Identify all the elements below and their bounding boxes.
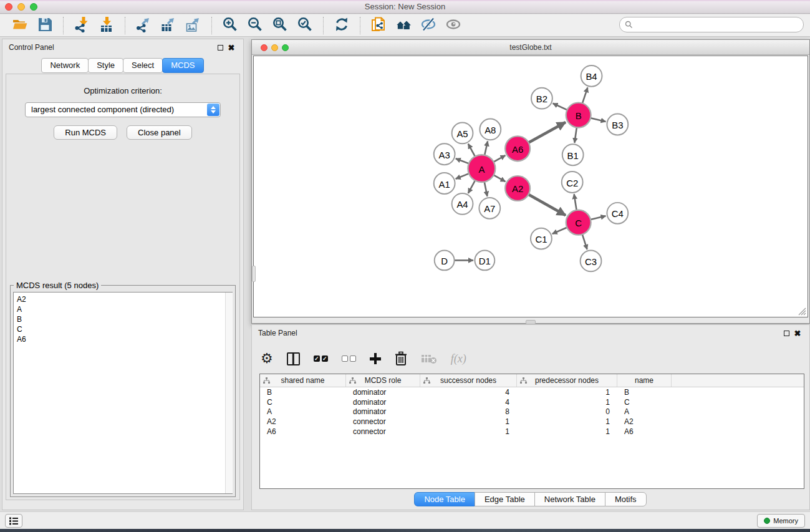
graph-edge-A-A6[interactable] [493, 155, 506, 162]
cell-successor-nodes[interactable]: 1 [420, 427, 517, 436]
cell-predecessor-nodes[interactable]: 1 [517, 417, 617, 426]
graph-node-D[interactable]: D [435, 251, 455, 271]
graph-node-A1[interactable]: A1 [434, 173, 455, 194]
table-row[interactable]: Cdominator41C [260, 397, 804, 407]
memory-button[interactable]: Memory [757, 514, 805, 528]
search-box[interactable] [619, 17, 804, 32]
table-row[interactable]: Adominator80A [260, 407, 804, 417]
graph-edge-A-A5[interactable] [468, 144, 476, 157]
tab-edge-table[interactable]: Edge Table [475, 492, 535, 506]
graph-node-B3[interactable]: B3 [607, 114, 628, 135]
show-columns-button[interactable] [287, 350, 300, 367]
graph-edge-A-A3[interactable] [456, 158, 470, 163]
graph-edge-B-B2[interactable] [553, 104, 568, 110]
column-header-successor-nodes[interactable]: successor nodes [420, 374, 517, 387]
cell-name[interactable]: A6 [617, 427, 672, 436]
graph-edge-A2-C[interactable] [528, 194, 566, 215]
tab-motifs[interactable]: Motifs [605, 492, 647, 506]
graph-node-A[interactable]: A [468, 155, 495, 182]
tab-network-table[interactable]: Network Table [534, 492, 605, 506]
zoom-window-button[interactable] [282, 44, 289, 51]
tab-mcds[interactable]: MCDS [162, 58, 203, 73]
graph-node-D1[interactable]: D1 [475, 251, 494, 271]
graph-edge-C-C1[interactable] [552, 227, 568, 234]
tab-select[interactable]: Select [123, 58, 163, 73]
import-network-button[interactable] [69, 16, 94, 36]
graph-node-B1[interactable]: B1 [562, 144, 584, 165]
refresh-layout-button[interactable] [329, 16, 354, 36]
cell-name[interactable]: A [617, 407, 672, 416]
export-table-button[interactable] [156, 16, 181, 36]
graph-edge-B-B4[interactable] [582, 87, 588, 104]
zoom-in-button[interactable] [218, 16, 243, 36]
fit-content-button[interactable] [268, 16, 292, 36]
apply-function-button[interactable]: f(x) [451, 350, 466, 367]
close-panel-button[interactable]: ✖ [226, 42, 237, 52]
graph-node-C2[interactable]: C2 [562, 172, 583, 193]
graph-node-A8[interactable]: A8 [480, 119, 501, 140]
cell-name[interactable]: C [617, 398, 672, 407]
table-row[interactable]: A2connector11A2 [260, 417, 804, 427]
graph-node-B2[interactable]: B2 [531, 88, 552, 109]
zoom-selected-button[interactable] [292, 16, 317, 36]
graph-node-B4[interactable]: B4 [581, 65, 602, 87]
cell-shared-name[interactable]: A [260, 407, 346, 416]
graph-edge-A-A2[interactable] [493, 175, 506, 181]
result-list-item[interactable]: C [17, 324, 232, 334]
cell-successor-nodes[interactable]: 4 [420, 388, 517, 397]
graph-node-C1[interactable]: C1 [531, 228, 552, 249]
result-list-scrollbar[interactable] [225, 293, 233, 493]
graph-edge-B-B3[interactable] [590, 118, 605, 122]
graph-edge-B-B1[interactable] [574, 127, 577, 143]
graph-edge-A-A8[interactable] [485, 141, 488, 155]
cell-predecessor-nodes[interactable]: 1 [517, 398, 617, 407]
show-graphics-details-button[interactable] [441, 16, 466, 36]
resize-grip-icon[interactable] [796, 306, 806, 316]
cell-name[interactable]: A2 [617, 417, 672, 426]
close-panel-action-button[interactable]: Close panel [127, 125, 192, 140]
cell-shared-name[interactable]: A6 [260, 427, 346, 436]
close-panel-button[interactable]: ✖ [792, 328, 803, 338]
delete-rows-button[interactable] [395, 350, 407, 367]
cell-predecessor-nodes[interactable]: 0 [517, 407, 617, 416]
minimize-window-button[interactable] [271, 44, 278, 51]
graph-edge-C-C2[interactable] [574, 194, 577, 211]
cell-successor-nodes[interactable]: 1 [420, 417, 517, 426]
graph-node-A5[interactable]: A5 [452, 122, 473, 143]
hide-graphics-details-button[interactable] [416, 16, 441, 36]
graph-node-B[interactable]: B [566, 103, 591, 128]
open-session-button[interactable] [7, 16, 32, 36]
cell-MCDS-role[interactable]: connector [346, 427, 420, 436]
export-network-button[interactable] [131, 16, 156, 36]
splitter-handle[interactable] [526, 320, 536, 324]
graph-node-A7[interactable]: A7 [479, 198, 500, 219]
table-row[interactable]: Bdominator41B [260, 387, 804, 397]
tab-node-table[interactable]: Node Table [414, 492, 475, 506]
zoom-window-button[interactable] [30, 3, 37, 11]
mcds-result-list[interactable]: A2ABCA6 [13, 292, 233, 494]
cell-MCDS-role[interactable]: connector [346, 417, 420, 426]
cell-successor-nodes[interactable]: 8 [420, 407, 517, 416]
graph-node-A6[interactable]: A6 [505, 136, 530, 161]
close-window-button[interactable] [261, 44, 268, 51]
graph-edge-A-A7[interactable] [485, 181, 488, 196]
minimize-window-button[interactable] [17, 3, 25, 11]
column-header-name[interactable]: name [617, 374, 672, 387]
deselect-all-button[interactable] [342, 350, 356, 367]
cell-name[interactable]: B [617, 388, 672, 397]
delete-table-button[interactable] [421, 350, 437, 367]
result-list-item[interactable]: A6 [17, 334, 232, 344]
column-header-MCDS-role[interactable]: MCDS role [346, 374, 420, 387]
copy-network-button[interactable] [366, 16, 391, 36]
table-row[interactable]: A6connector11A6 [260, 427, 804, 437]
graph-edge-C-C3[interactable] [582, 234, 587, 249]
import-table-button[interactable] [94, 16, 119, 36]
save-session-button[interactable] [32, 16, 57, 36]
graph-edge-C-C4[interactable] [590, 216, 605, 220]
graph-node-A3[interactable]: A3 [434, 143, 455, 165]
float-panel-button[interactable] [781, 328, 792, 338]
float-panel-button[interactable] [215, 42, 226, 52]
cell-shared-name[interactable]: B [260, 388, 346, 397]
graph-node-C[interactable]: C [566, 210, 591, 235]
zoom-out-button[interactable] [243, 16, 268, 36]
